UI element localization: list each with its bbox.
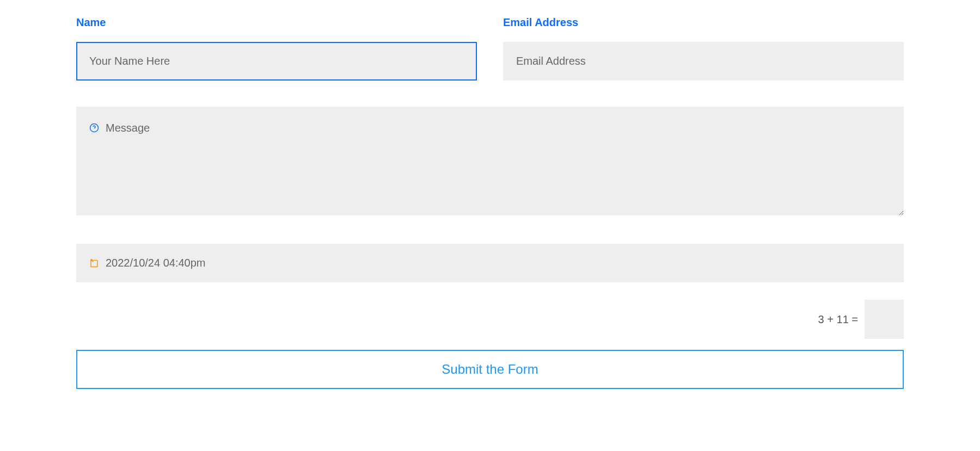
captcha-row: 3 + 11 = [76, 300, 904, 339]
message-field-group [76, 107, 904, 218]
contact-form: Name Email Address 3 + 11 = [76, 16, 904, 389]
submit-button[interactable]: Submit the Form [76, 350, 904, 389]
help-icon [89, 123, 99, 133]
email-field-group: Email Address [503, 16, 904, 81]
datetime-icon [89, 258, 99, 268]
email-input[interactable] [503, 42, 904, 81]
captcha-question: 3 + 11 = [818, 313, 858, 326]
svg-rect-2 [91, 261, 97, 267]
datetime-input[interactable] [76, 244, 904, 282]
name-email-row: Name Email Address [76, 16, 904, 81]
email-label: Email Address [503, 16, 904, 29]
captcha-input[interactable] [865, 300, 904, 339]
name-input[interactable] [76, 42, 477, 81]
datetime-field-group [76, 244, 904, 282]
name-label: Name [76, 16, 477, 29]
message-textarea[interactable] [76, 107, 904, 215]
name-field-group: Name [76, 16, 477, 81]
